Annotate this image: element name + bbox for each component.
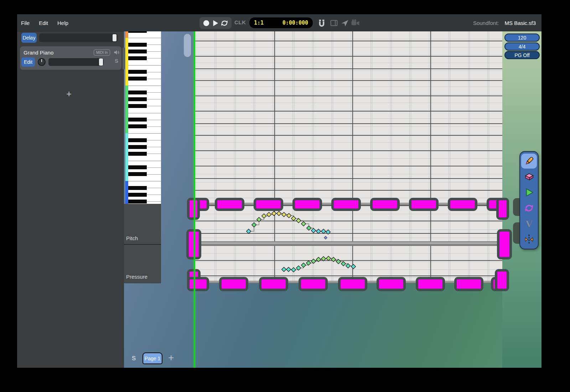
octave-color-strip (125, 86, 128, 133)
midi-note-fill (256, 200, 281, 208)
black-key[interactable] (128, 200, 147, 203)
midi-note-fill (499, 200, 507, 217)
pitch-row-line (195, 221, 502, 221)
pitch-row-line (195, 56, 502, 57)
black-key[interactable] (128, 43, 147, 47)
delay-slider-handle[interactable] (113, 34, 116, 41)
pitch-row-line (195, 135, 502, 136)
add-track-button[interactable]: + (66, 88, 72, 99)
black-key[interactable] (128, 172, 147, 176)
midi-note-fill (295, 200, 320, 208)
white-key-separator (128, 86, 161, 86)
lane-divider (124, 244, 161, 245)
black-key[interactable] (128, 70, 147, 74)
pencil-tool[interactable] (521, 154, 537, 169)
tool-palette: V (519, 151, 539, 249)
clock-toggle[interactable]: CLK (234, 19, 246, 25)
black-key[interactable] (128, 124, 147, 128)
split-tool[interactable] (521, 232, 537, 247)
black-key[interactable] (128, 31, 147, 33)
eraser-tool[interactable] (521, 169, 537, 184)
octave-color-strip (125, 38, 128, 86)
soundfont-label: Soundfont: (473, 20, 499, 26)
white-key-separator (128, 161, 161, 161)
volume-slider-handle[interactable] (99, 58, 103, 66)
pitch-row-line (195, 178, 502, 179)
white-key-separator (147, 106, 161, 106)
solo-toggle[interactable]: S (115, 58, 118, 64)
navigate-arrow-icon[interactable] (340, 19, 349, 27)
black-key[interactable] (128, 50, 147, 53)
lane-label-pitch[interactable]: Pitch (126, 235, 138, 241)
vertical-scrollbar-thumb[interactable] (184, 34, 191, 57)
sidebar-scrollbar-thumb[interactable] (123, 47, 125, 69)
delay-slider[interactable] (39, 33, 118, 42)
white-key-separator (147, 174, 161, 175)
velocity-tool[interactable]: V (521, 216, 537, 231)
add-page-button[interactable]: + (168, 352, 174, 363)
white-key-separator (147, 92, 161, 93)
soundfont-value[interactable]: MS Basic.sf3 (504, 20, 536, 26)
piano-roll-grid[interactable] (195, 31, 502, 283)
black-key[interactable] (128, 165, 147, 169)
speaker-icon[interactable] (113, 49, 120, 56)
black-key[interactable] (128, 77, 147, 81)
tempo-button[interactable]: 120 (504, 33, 540, 42)
white-key-separator (147, 58, 161, 58)
playhead-line[interactable] (194, 31, 195, 368)
panel-toggle-icon[interactable] (330, 19, 339, 27)
edit-button[interactable]: Edit (21, 57, 35, 67)
record-icon[interactable] (202, 19, 210, 27)
black-key[interactable] (128, 186, 147, 190)
menu-edit[interactable]: Edit (39, 20, 48, 26)
black-key[interactable] (128, 152, 147, 156)
play-icon[interactable] (211, 19, 219, 27)
snap-magnet-icon[interactable] (317, 19, 326, 27)
white-key-separator (147, 140, 161, 140)
time-signature-button[interactable]: 4/4 (504, 42, 540, 51)
white-key-separator (147, 45, 161, 45)
page-tab[interactable]: Page 1 (142, 352, 162, 364)
lane-label-pressure[interactable]: Pressure (126, 274, 147, 280)
track-panel[interactable]: Grand Piano MIDI In Edit S (20, 46, 121, 70)
menu-help[interactable]: Help (57, 20, 68, 26)
black-key[interactable] (128, 145, 147, 149)
menu-file[interactable]: File (21, 20, 30, 26)
white-key-separator (128, 65, 161, 66)
black-key[interactable] (128, 56, 147, 60)
page-solo-toggle[interactable]: S (132, 355, 136, 362)
pitch-row-line (195, 111, 502, 112)
split-icon (524, 234, 534, 245)
toolbar: File Edit Help CLK 1:1 0:00:000 (17, 14, 542, 31)
black-key[interactable] (128, 97, 147, 101)
volume-slider[interactable] (48, 58, 104, 66)
black-key[interactable] (128, 104, 147, 108)
piano-keyboard[interactable] (125, 31, 161, 204)
midi-note-fill (457, 279, 481, 289)
midi-note-fill (373, 200, 397, 208)
black-key[interactable] (128, 91, 147, 94)
pitch-row-line (195, 96, 502, 96)
black-key[interactable] (128, 193, 147, 197)
delay-button[interactable]: Delay (21, 33, 37, 43)
white-key-separator (147, 51, 161, 52)
white-key-separator (147, 167, 161, 168)
time-readout: 0:00:000 (283, 20, 308, 26)
pitch-row-line (195, 260, 502, 261)
midi-note-fill (499, 232, 509, 257)
black-key[interactable] (128, 138, 147, 142)
pg-toggle-button[interactable]: PG Off (504, 51, 540, 59)
video-camera-icon[interactable] (351, 19, 360, 27)
pitch-row-line (195, 68, 502, 69)
bar-beat-readout: 1:1 (254, 20, 264, 26)
octave-color-strip (125, 31, 128, 38)
loop-icon[interactable] (220, 19, 229, 27)
midi-note-fill (497, 272, 507, 289)
pitch-row-line (195, 275, 502, 276)
pan-knob[interactable] (38, 58, 46, 66)
app-window: Pitch Pressure File Edit Help CLK 1:1 0:… (17, 14, 542, 368)
black-key[interactable] (128, 118, 147, 122)
loop-tool[interactable] (521, 201, 537, 216)
midi-note-fill (222, 279, 246, 289)
play-tool[interactable] (521, 185, 537, 200)
